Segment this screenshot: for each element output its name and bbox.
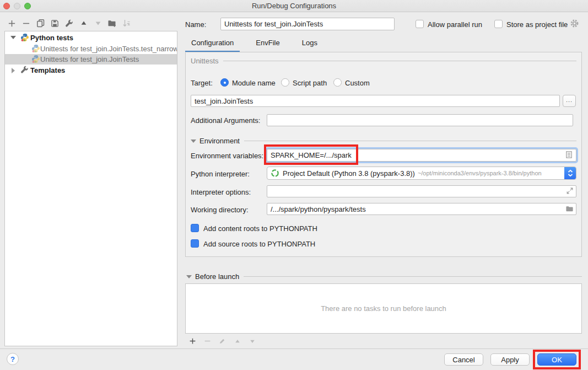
run-debug-configurations-dialog: Run/Debug Configurations	[0, 0, 588, 370]
interpreter-options-label: Interpreter options:	[191, 188, 251, 196]
expand-icon[interactable]	[566, 187, 574, 196]
interpreter-path: ~/opt/miniconda3/envs/pyspark-3.8/bin/py…	[418, 170, 542, 176]
environment-section-label: Environment	[199, 137, 240, 145]
help-button[interactable]: ?	[7, 353, 19, 365]
tree-item-unittests-jointests[interactable]: Unittests for test_join.JoinTests	[5, 54, 177, 65]
ok-button[interactable]: OK	[537, 353, 576, 366]
radio-script-path[interactable]	[281, 78, 289, 87]
tree-item-label[interactable]: Unittests for test_join.JoinTests.test_n…	[40, 44, 177, 54]
edit-templates-icon[interactable]	[64, 19, 74, 28]
working-directory-input[interactable]	[267, 203, 576, 215]
browse-button[interactable]: ...	[563, 95, 576, 107]
gear-icon[interactable]	[570, 19, 579, 30]
add-content-roots-label[interactable]: Add content roots to PYTHONPATH	[203, 224, 317, 233]
tree-item-python-tests[interactable]: Python tests	[5, 33, 177, 43]
before-launch-empty-text: There are no tasks to run before launch	[321, 304, 446, 313]
configurations-toolbar	[7, 18, 131, 28]
move-down-icon	[93, 19, 103, 28]
allow-parallel-run-checkbox[interactable]	[416, 20, 424, 28]
before-launch-section-header[interactable]: Before launch	[186, 272, 582, 281]
add-source-roots-checkbox[interactable]	[191, 239, 199, 248]
section-divider	[244, 276, 582, 277]
unittests-section-label: Unittests	[191, 57, 219, 65]
collapse-triangle-icon[interactable]	[191, 140, 196, 143]
interpreter-options-input[interactable]	[267, 185, 576, 197]
add-configuration-icon[interactable]	[7, 19, 17, 28]
new-folder-icon[interactable]	[107, 19, 117, 28]
folder-icon[interactable]	[565, 205, 574, 215]
remove-configuration-icon[interactable]	[21, 19, 31, 28]
tree-item-label[interactable]: Templates	[30, 65, 65, 76]
help-icon: ?	[10, 355, 15, 363]
radio-script-path-label[interactable]: Script path	[293, 79, 327, 87]
configurations-tree: Python tests Unittests for test_join.Joi…	[4, 31, 177, 346]
before-launch-toolbar	[188, 336, 257, 346]
additional-arguments-input[interactable]	[267, 114, 573, 126]
name-label: Name:	[185, 20, 206, 29]
copy-configuration-icon[interactable]	[36, 19, 45, 28]
window-title: Run/Debug Configurations	[0, 2, 588, 10]
edit-task-icon	[218, 336, 227, 346]
add-task-icon[interactable]	[188, 336, 197, 346]
working-directory-label: Working directory:	[191, 206, 249, 214]
python-interpreter-label: Python interpreter:	[191, 170, 250, 178]
move-task-down-icon	[247, 336, 257, 346]
allow-parallel-run-label: Allow parallel run	[428, 20, 482, 29]
environment-section-header[interactable]: Environment	[191, 137, 576, 145]
store-as-project-file-label: Store as project file	[506, 20, 568, 29]
add-source-roots-label[interactable]: Add source roots to PYTHONPATH	[203, 240, 315, 248]
store-as-project-file-checkbox[interactable]	[494, 20, 503, 28]
interpreter-value: Project Default (Python 3.8 (pyspark-3.8…	[283, 169, 415, 178]
tree-item-templates[interactable]: Templates	[5, 65, 177, 76]
tree-item-label[interactable]: Unittests for test_join.JoinTests	[40, 54, 139, 65]
tab-bar: Configuration EnvFile Logs	[185, 36, 323, 51]
tab-label: Logs	[302, 39, 317, 47]
conda-env-icon	[271, 169, 279, 178]
target-label: Target:	[191, 79, 213, 87]
cancel-button[interactable]: Cancel	[444, 353, 483, 366]
templates-icon	[20, 66, 29, 74]
python-interpreter-select[interactable]: Project Default (Python 3.8 (pyspark-3.8…	[267, 167, 576, 180]
combo-stepper-icon[interactable]	[564, 167, 576, 180]
apply-button[interactable]: Apply	[490, 353, 530, 366]
collapse-triangle-icon[interactable]	[186, 275, 192, 278]
tree-item-label[interactable]: Python tests	[30, 33, 73, 43]
target-module-input[interactable]	[191, 95, 560, 107]
remove-task-icon	[203, 336, 212, 346]
section-divider	[223, 61, 576, 61]
move-task-up-icon	[233, 336, 242, 346]
name-input[interactable]	[220, 18, 395, 30]
python-test-icon	[31, 55, 40, 63]
environment-variables-label: Environment variables:	[191, 152, 263, 160]
python-tests-icon	[20, 33, 29, 42]
save-configuration-icon[interactable]	[50, 19, 60, 28]
environment-variables-input[interactable]	[267, 149, 576, 162]
radio-module-name[interactable]	[220, 78, 229, 87]
title-bar: Run/Debug Configurations	[0, 0, 588, 12]
tab-envfile[interactable]: EnvFile	[250, 36, 285, 51]
section-divider	[244, 141, 576, 141]
radio-custom[interactable]	[333, 78, 342, 87]
footer-divider	[0, 348, 588, 349]
radio-module-name-label[interactable]: Module name	[232, 79, 276, 87]
before-launch-task-list[interactable]: There are no tasks to run before launch	[185, 283, 582, 334]
tab-label: Configuration	[191, 39, 234, 47]
python-test-icon	[31, 44, 40, 53]
sort-icon	[122, 19, 131, 28]
move-up-icon[interactable]	[79, 19, 88, 28]
radio-custom-label[interactable]: Custom	[345, 79, 370, 87]
unittests-section-header: Unittests	[191, 57, 576, 65]
tab-logs[interactable]: Logs	[296, 36, 323, 51]
env-list-icon[interactable]	[565, 151, 573, 160]
before-launch-section-label: Before launch	[195, 272, 239, 281]
tab-configuration[interactable]: Configuration	[185, 36, 240, 51]
add-content-roots-checkbox[interactable]	[191, 224, 199, 232]
chevron-right-icon[interactable]	[12, 68, 15, 73]
chevron-down-icon[interactable]	[10, 36, 16, 39]
additional-arguments-label: Additional Arguments:	[191, 116, 260, 125]
tree-item-unittests-narrow[interactable]: Unittests for test_join.JoinTests.test_n…	[5, 44, 177, 54]
tab-label: EnvFile	[256, 39, 279, 47]
